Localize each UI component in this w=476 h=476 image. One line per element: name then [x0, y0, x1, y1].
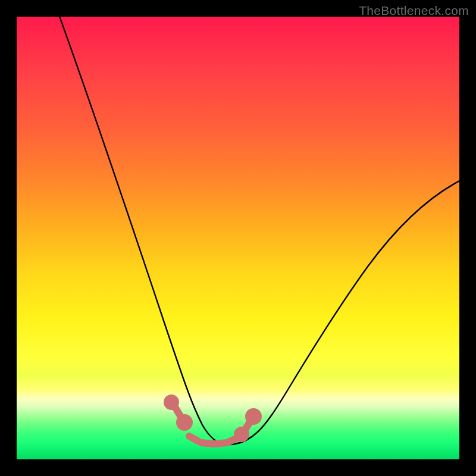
svg-line-4 — [201, 443, 213, 444]
watermark-text: TheBottleneck.com — [359, 4, 469, 18]
chart-overlay — [17, 17, 459, 459]
svg-line-5 — [215, 443, 227, 444]
svg-point-9 — [249, 412, 258, 421]
svg-point-2 — [180, 418, 189, 427]
bottleneck-curve — [58, 17, 459, 444]
chart-frame: TheBottleneck.com — [0, 0, 476, 476]
plot-area — [17, 17, 459, 459]
bottleneck-markers — [167, 398, 258, 444]
svg-line-3 — [189, 436, 199, 441]
